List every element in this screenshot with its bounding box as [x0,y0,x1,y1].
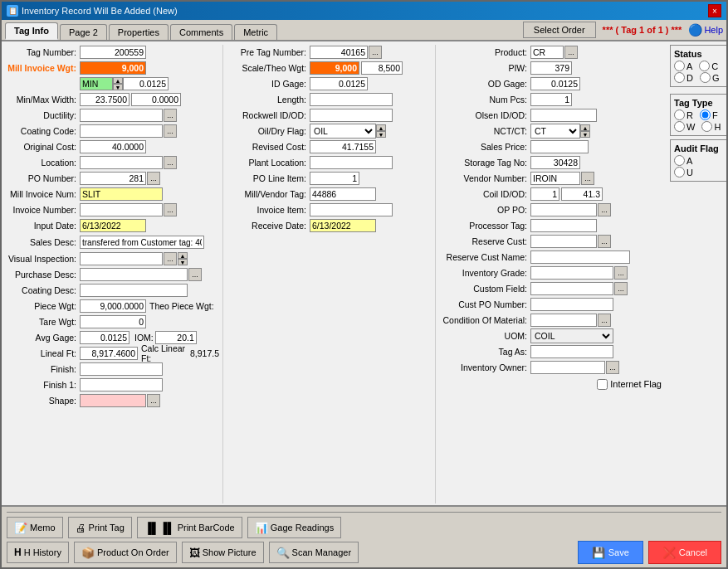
tab-comments[interactable]: Comments [170,24,232,40]
status-radio-g[interactable] [700,72,711,83]
auditflag-radio-u[interactable] [674,167,685,178]
show-picture-button[interactable]: 🖼 Show Picture [182,542,264,563]
oil-dry-spin-up[interactable]: ▲ [376,124,386,131]
shape-lookup-btn[interactable]: ... [147,394,160,407]
help-label[interactable]: Help [704,25,723,35]
status-radio-d[interactable] [674,72,685,83]
coating-code-input[interactable] [80,124,163,138]
oil-dry-spin-down[interactable]: ▼ [376,131,386,138]
tag-number-input[interactable] [80,46,146,59]
coil-od-input[interactable] [561,187,603,201]
purchase-desc-input[interactable] [80,268,188,281]
invoice-number-lookup-btn[interactable]: ... [164,203,177,216]
od-gage-input[interactable] [530,77,580,90]
tab-properties[interactable]: Properties [109,24,169,40]
sales-desc-input[interactable] [80,236,204,249]
sales-price-input[interactable] [530,140,589,153]
tare-wgt-input[interactable] [80,315,146,328]
auditflag-radio-a[interactable] [674,155,685,166]
internet-flag-checkbox[interactable] [597,379,608,390]
close-button[interactable]: × [708,4,721,17]
num-pcs-input[interactable] [530,93,572,106]
ductility-lookup-btn[interactable]: ... [164,109,177,122]
invoice-item-input[interactable] [310,203,393,216]
cust-po-number-input[interactable] [530,298,613,311]
print-tag-button[interactable]: 🖨 Print Tag [68,517,132,538]
product-input[interactable] [530,46,564,59]
coating-code-lookup-btn[interactable]: ... [164,124,177,138]
tab-metric[interactable]: Metric [234,24,277,40]
visual-inspection-input[interactable] [80,252,163,265]
piw-input[interactable] [530,61,572,75]
scan-manager-button[interactable]: 🔍 Scan Manager [269,542,359,563]
ductility-input[interactable] [80,109,163,122]
nct-ct-spin-up[interactable]: ▲ [580,124,590,131]
op-po-input[interactable] [530,203,597,216]
location-lookup-btn[interactable]: ... [164,156,177,169]
lineal-ft-input[interactable] [80,347,138,360]
scale-theo-wgt2-input[interactable] [361,61,403,75]
invoice-number-input[interactable] [80,203,163,216]
location-input[interactable] [80,156,163,169]
tab-tag-info[interactable]: Tag Info [5,22,58,40]
shape-input[interactable] [80,394,146,407]
visual-spin-down[interactable]: ▼ [178,259,188,265]
inventory-owner-lookup-btn[interactable]: ... [606,361,619,374]
inventory-owner-input[interactable] [530,361,605,374]
id-gage-input[interactable] [310,77,368,90]
length-input[interactable] [310,93,393,106]
tagtype-radio-w[interactable] [674,121,685,132]
op-po-lookup-btn[interactable]: ... [598,203,611,216]
tagtype-radio-f[interactable] [700,109,711,120]
min-spin-down[interactable]: ▼ [113,84,123,90]
min-spin-up[interactable]: ▲ [113,77,123,84]
purchase-desc-lookup-btn[interactable]: ... [188,268,202,281]
olsen-id-input[interactable] [530,109,597,122]
iom-input[interactable] [155,331,197,344]
pre-tag-number-input[interactable] [310,46,368,59]
mill-invoice-wgt-input[interactable] [80,61,146,75]
reserve-cust-lookup-btn[interactable]: ... [598,235,611,248]
finish-input[interactable] [80,362,163,376]
original-cost-input[interactable] [80,140,146,153]
vendor-number-lookup-btn[interactable]: ... [581,172,594,185]
cancel-button[interactable]: ❌ Cancel [648,541,721,564]
po-number-input[interactable] [80,172,146,185]
reserve-cust-input[interactable] [530,235,597,248]
tag-as-input[interactable] [530,345,613,358]
rockwell-input[interactable] [310,109,393,122]
condition-lookup-btn[interactable]: ... [598,314,611,327]
revised-cost-input[interactable] [310,140,376,153]
plant-location-input[interactable] [310,156,393,169]
mill-invoice-num-input[interactable] [80,187,163,201]
min-max-width-input[interactable] [80,93,129,106]
min-max-width2-input[interactable] [131,93,181,106]
input-date-input[interactable] [80,219,146,232]
uom-select[interactable]: COIL SHEET BAR [530,328,613,343]
condition-input[interactable] [530,314,597,327]
tagtype-radio-h[interactable] [701,121,712,132]
nct-ct-select[interactable]: CT NCT [530,124,580,139]
product-lookup-btn[interactable]: ... [564,46,578,59]
custom-field-lookup-btn[interactable]: ... [614,282,628,295]
finish1-input[interactable] [80,378,163,391]
coating-desc-input[interactable] [80,284,188,297]
visual-inspection-lookup-btn[interactable]: ... [164,252,177,265]
status-radio-a[interactable] [674,61,685,71]
inventory-grade-input[interactable] [530,266,613,280]
coil-id-input[interactable] [530,187,559,201]
pre-tag-lookup-btn[interactable]: ... [369,46,382,59]
receive-date-input[interactable] [310,219,376,232]
processor-tag-input[interactable] [530,219,597,232]
scale-theo-wgt-input[interactable] [310,61,359,75]
storage-tag-no-input[interactable] [530,156,580,169]
inventory-grade-lookup-btn[interactable]: ... [614,266,628,280]
oil-dry-select[interactable]: OIL DRY [310,124,376,139]
tagtype-radio-r[interactable] [674,109,685,120]
vendor-number-input[interactable] [530,172,580,185]
mill-vendor-tag-input[interactable] [310,187,376,201]
gage-readings-button[interactable]: 📊 Gage Readings [247,517,341,538]
po-number-lookup-btn[interactable]: ... [147,172,160,185]
po-line-item-input[interactable] [310,172,359,185]
history-button[interactable]: H H History [7,542,69,563]
